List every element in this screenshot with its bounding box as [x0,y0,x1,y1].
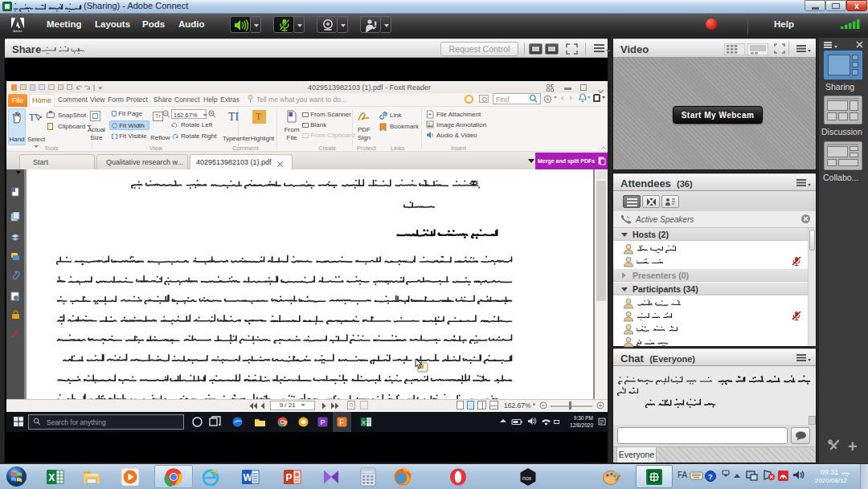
svg-text:Adobe: Adobe [13,29,23,33]
svg-text:F: F [339,418,344,427]
svg-text:X: X [362,419,366,426]
svg-text:nox: nox [522,475,532,481]
svg-text:?: ? [708,473,713,481]
svg-text:P: P [286,472,293,483]
svg-text:X: X [48,472,55,483]
svg-text:T: T [29,112,35,123]
svg-text:P: P [321,418,326,426]
